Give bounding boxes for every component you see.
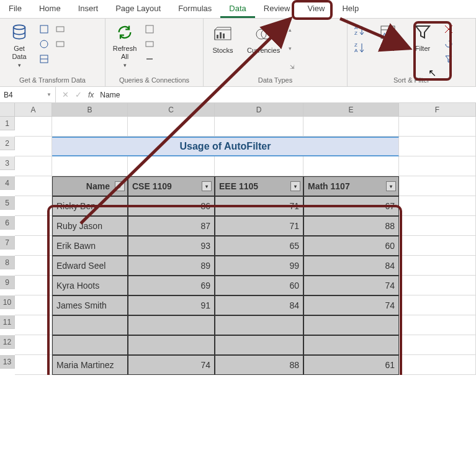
row-8[interactable]: 8 [0,256,15,269]
table-cell[interactable]: 91 [128,295,215,315]
data-types-launcher[interactable]: ⇲ [289,64,296,70]
table-cell[interactable] [128,335,215,355]
row-3[interactable]: 3 [0,156,15,170]
sort-za-button[interactable]: ZA [351,40,369,56]
col-F[interactable]: F [399,103,476,117]
cell[interactable] [399,137,476,156]
title-cell[interactable]: Usage of AutoFilter [52,137,399,156]
row-13[interactable]: 13 [0,355,15,369]
table-cell[interactable]: 89 [128,256,215,276]
table-cell[interactable]: Ricky Ben [52,196,128,216]
tab-data[interactable]: Data [220,0,254,18]
table-cell[interactable] [215,315,303,335]
table-cell[interactable]: 69 [128,276,215,295]
table-cell[interactable]: 88 [303,216,399,236]
scroll-down-icon[interactable]: ▾ [289,45,296,52]
col-C[interactable]: C [128,103,215,117]
tab-home[interactable]: Home [30,0,70,18]
table-cell[interactable]: Ruby Jason [52,216,128,236]
table-cell[interactable]: 74 [128,355,215,375]
fx-confirm-icon[interactable]: ✓ [75,90,82,99]
from-table-button[interactable] [37,52,51,66]
cell[interactable] [15,236,52,256]
clear-filter-button[interactable] [442,22,456,36]
stocks-button[interactable]: Stocks [207,23,238,74]
tab-help[interactable]: Help [333,0,367,18]
tab-formulas[interactable]: Formulas [169,0,220,18]
cell[interactable] [399,256,476,276]
recent-sources-button[interactable] [53,22,67,36]
table-cell[interactable]: 71 [215,216,303,236]
select-all-corner[interactable] [0,103,15,117]
col-E[interactable]: E [303,103,399,117]
table-cell[interactable]: 86 [128,196,215,216]
table-cell[interactable] [128,315,215,335]
header-cse[interactable]: CSE 1109▾ [128,176,215,196]
filter-dropdown-icon[interactable]: ▾ [202,181,212,191]
cell[interactable] [15,156,52,176]
filter-button[interactable]: Filter [407,21,438,72]
table-cell[interactable]: Edward Seel [52,256,128,276]
cell[interactable] [15,137,52,156]
cell[interactable] [15,355,52,375]
table-cell[interactable]: 60 [215,276,303,295]
table-cell[interactable]: 61 [303,355,399,375]
cell[interactable] [15,196,52,216]
table-cell[interactable]: 71 [215,196,303,216]
cell[interactable] [303,156,399,176]
worksheet-grid[interactable]: A B C D E F 1 2 Usage of AutoFilter 3 4 … [0,103,476,375]
table-cell[interactable]: 87 [128,216,215,236]
cell[interactable] [15,315,52,335]
row-10[interactable]: 10 [0,295,15,309]
table-cell[interactable] [303,315,399,335]
queries-button[interactable] [143,22,156,36]
filter-dropdown-icon[interactable]: ▾ [115,181,125,191]
scroll-up-icon[interactable]: ▴ [289,27,296,33]
tab-page-layout[interactable]: Page Layout [107,0,169,18]
row-9[interactable]: 9 [0,276,15,289]
cell[interactable] [52,156,128,176]
cell[interactable] [399,295,476,315]
cell[interactable] [15,176,52,196]
table-cell[interactable]: 74 [303,276,399,295]
row-1[interactable]: 1 [0,117,15,130]
row-11[interactable]: 11 [0,315,15,329]
table-cell[interactable]: Maria Martinez [52,355,128,375]
fx-cancel-icon[interactable]: ✕ [62,90,69,99]
table-cell[interactable]: Erik Bawn [52,236,128,256]
table-cell[interactable]: 74 [303,295,399,315]
existing-connections-button[interactable] [53,37,67,51]
header-math[interactable]: Math 1107▾ [303,176,399,196]
sort-button[interactable]: AZ Sort [372,21,403,72]
cell[interactable] [399,315,476,335]
cell[interactable] [15,276,52,295]
table-cell[interactable]: James Smith [52,295,128,315]
row-2[interactable]: 2 [0,137,15,150]
formula-bar-value[interactable]: Name [100,91,120,99]
properties-button[interactable] [143,37,156,51]
table-cell[interactable]: 88 [215,355,303,375]
cell[interactable] [399,335,476,355]
cell[interactable] [15,216,52,236]
row-6[interactable]: 6 [0,216,15,230]
advanced-button[interactable] [442,52,456,66]
col-B[interactable]: B [52,103,128,117]
table-cell[interactable]: 60 [303,236,399,256]
tab-file[interactable]: File [0,0,30,18]
table-cell[interactable] [215,335,303,355]
currencies-button[interactable]: Currencies [245,23,282,74]
cell[interactable] [128,156,215,176]
row-7[interactable]: 7 [0,236,15,250]
cell[interactable] [128,117,215,137]
from-web-button[interactable] [37,37,51,51]
row-4[interactable]: 4 [0,176,15,190]
cell[interactable] [399,176,476,196]
from-text-button[interactable] [37,22,51,36]
row-5[interactable]: 5 [0,196,15,210]
filter-dropdown-icon[interactable]: ▾ [386,181,396,191]
table-cell[interactable]: 99 [215,256,303,276]
table-cell[interactable] [303,335,399,355]
cell[interactable] [399,216,476,236]
edit-links-button[interactable] [143,52,156,66]
tab-view[interactable]: View [299,0,333,18]
